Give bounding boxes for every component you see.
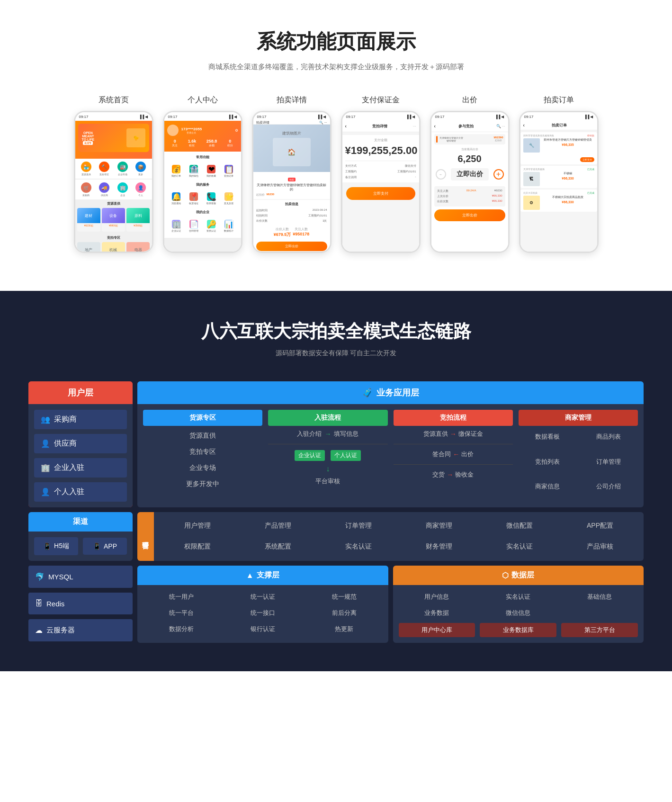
- phone-bid: 出价 09:17▐▐ ◀ ‹ 参与竞拍 🔍 ···: [430, 95, 510, 253]
- user-item-supplier: 👤 供应商: [34, 434, 127, 453]
- business-layer: 🧳 业务应用层 货源专区 货源直供 竞拍专区 企业专场 更多开发中: [137, 381, 644, 507]
- row-channel-platform: 渠道 📱 H5端 📱 APP 平台管理 用户管理: [28, 512, 644, 561]
- statusbar: 09:17▐▐ ◀: [75, 112, 152, 121]
- biz-col-entry: 入驻流程 入驻介绍 → 填写信息 企业认证 个人认证: [268, 410, 387, 502]
- db-redis: 🗄 Redis: [28, 593, 133, 614]
- bottom-title: 八六互联大宗拍卖全模式生态链路: [28, 319, 644, 343]
- db-mysql: 🐬 MYSQL: [28, 566, 133, 588]
- app-icon: 📱: [93, 542, 101, 550]
- phone-home-label: 系统首页: [99, 95, 129, 105]
- phone-order-label: 拍卖订单: [544, 95, 574, 105]
- supplier-icon: 👤: [41, 439, 50, 448]
- phone-profile-frame: 09:17▐▐ ◀ 173****2055 普通会员 ⚙: [163, 111, 242, 253]
- phone-detail-frame: 09:17▐▐ ◀ 拍卖详情 🔍 ··· 建筑物图片 🏠: [252, 111, 332, 253]
- biz-col-merchant: 商家管理 数据看板 商品列表 竞拍列表 订单管理 商家信息 公司介绍: [519, 410, 638, 502]
- row-db-support-data: 🐬 MYSQL 🗄 Redis ☁ 云服务器: [28, 566, 644, 643]
- buyer-icon: 👥: [41, 415, 50, 424]
- phone-profile: 个人中心 09:17▐▐ ◀ 173****2055 普通会员: [163, 95, 242, 253]
- business-layer-header: 🧳 业务应用层: [137, 381, 644, 404]
- phone-showcase: 系统首页 09:17▐▐ ◀ OPENMEANTTO LIFE生活节 🐤: [38, 95, 634, 253]
- phone-order: 拍卖订单 09:17▐▐ ◀ ‹ 拍卖订单: [519, 95, 599, 253]
- page-title: 系统功能页面展示: [38, 28, 634, 55]
- page-subtitle: 商城系统全渠道多终端覆盖，完善技术架构支撑企业级服务，支持开发＋源码部署: [38, 63, 634, 72]
- user-item-buyer: 👥 采购商: [34, 410, 127, 429]
- db-cloud: ☁ 云服务器: [28, 619, 133, 641]
- cloud-icon: ☁: [35, 626, 43, 635]
- phone-payment-frame: 09:17▐▐ ◀ ‹ 竞拍详情 ··· 支付金额 ¥199,255,25.00: [341, 111, 421, 253]
- row-user-business: 用户层 👥 采购商 👤 供应商 🏢 企业入驻 👤: [28, 381, 644, 507]
- redis-icon: 🗄: [35, 599, 43, 608]
- user-layer-header: 用户层: [28, 381, 133, 404]
- support-icon: ▲: [246, 571, 254, 580]
- phone-home-frame: 09:17▐▐ ◀ OPENMEANTTO LIFE生活节 🐤: [74, 111, 153, 253]
- user-item-enterprise: 🏢 企业入驻: [34, 458, 127, 478]
- data-layer-header: ⬡ 数据层: [393, 566, 644, 585]
- entry-header: 入驻流程: [268, 410, 387, 426]
- db-layer: 🐬 MYSQL 🗄 Redis ☁ 云服务器: [28, 566, 133, 643]
- mysql-icon: 🐬: [35, 572, 45, 581]
- support-data-area: ▲ 支撑层 统一用户 统一认证 统一规范 统一平台 统一接口: [137, 566, 644, 643]
- bottom-subtitle: 源码部署数据安全有保障 可自主二次开发: [28, 349, 644, 358]
- personal-icon: 👤: [41, 487, 50, 496]
- phone-bid-frame: 09:17▐▐ ◀ ‹ 参与竞拍 🔍 ··· 天津锋铧: [430, 111, 510, 253]
- biz-col-auction: 竞拍流程 货源直供 → 缴保证金 签合同 ← 出价: [394, 410, 513, 502]
- business-columns: 货源专区 货源直供 竞拍专区 企业专场 更多开发中 入驻流程: [137, 404, 644, 507]
- h5-icon: 📱: [43, 542, 51, 550]
- top-section: 系统功能页面展示 商城系统全渠道多终端覆盖，完善技术架构支撑企业级服务，支持开发…: [0, 0, 672, 291]
- channel-layer: 渠道 📱 H5端 📱 APP: [28, 512, 133, 561]
- enterprise-icon: 🏢: [41, 463, 50, 472]
- diagram: 用户层 👥 采购商 👤 供应商 🏢 企业入驻 👤: [28, 381, 644, 643]
- support-layer: ▲ 支撑层 统一用户 统一认证 统一规范 统一平台 统一接口: [137, 566, 388, 643]
- channel-app: 📱 APP: [83, 538, 127, 555]
- user-item-personal: 👤 个人入驻: [34, 482, 127, 502]
- phone-order-frame: 09:17▐▐ ◀ ‹ 拍卖订单 郑州市管道优质优良施海淘鱼待付款: [519, 111, 599, 253]
- platform-label: 平台管理: [137, 512, 154, 561]
- phone-detail: 拍卖详情 09:17▐▐ ◀ 拍卖详情 🔍 ··· 建筑物图片: [252, 95, 332, 253]
- phone-home: 系统首页 09:17▐▐ ◀ OPENMEANTTO LIFE生活节 🐤: [74, 95, 153, 253]
- phone-payment: 支付保证金 09:17▐▐ ◀ ‹ 竞拍详情 ··· 支付金额: [341, 95, 421, 253]
- biz-col-supply: 货源专区 货源直供 竞拍专区 企业专场 更多开发中: [143, 410, 262, 502]
- phone-payment-label: 支付保证金: [362, 95, 400, 105]
- support-layer-header: ▲ 支撑层: [137, 566, 388, 585]
- platform-layer: 平台管理 用户管理 产品管理 订单管理 商家管理 微信配置 APP配置 权限配置…: [137, 512, 644, 561]
- user-layer: 用户层 👥 采购商 👤 供应商 🏢 企业入驻 👤: [28, 381, 133, 507]
- data-layer: ⬡ 数据层 用户信息 实名认证 基础信息 业务数据 微信信息: [393, 566, 644, 643]
- user-layer-items: 👥 采购商 👤 供应商 🏢 企业入驻 👤 个人入驻: [28, 404, 133, 507]
- data-icon: ⬡: [502, 571, 509, 580]
- phone-detail-label: 拍卖详情: [277, 95, 307, 105]
- bottom-section: 八六互联大宗拍卖全模式生态链路 源码部署数据安全有保障 可自主二次开发 用户层 …: [0, 291, 672, 671]
- merchant-header: 商家管理: [519, 410, 638, 426]
- supply-header: 货源专区: [143, 410, 262, 426]
- business-icon: 🧳: [362, 387, 373, 398]
- channel-h5: 📱 H5端: [34, 537, 78, 555]
- platform-grid: 用户管理 产品管理 订单管理 商家管理 微信配置 APP配置 权限配置 系统配置…: [154, 512, 644, 561]
- phone-profile-label: 个人中心: [188, 95, 218, 105]
- channel-header: 渠道: [28, 512, 133, 532]
- auction-header: 竞拍流程: [394, 410, 513, 426]
- phone-bid-label: 出价: [462, 95, 477, 105]
